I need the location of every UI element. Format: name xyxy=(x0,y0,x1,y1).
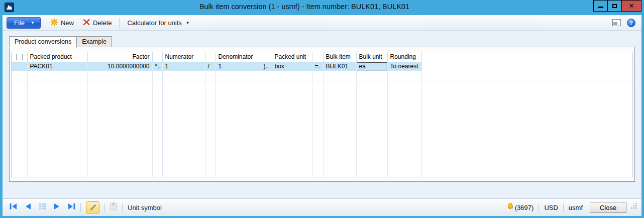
grid-empty-area[interactable] xyxy=(12,80,632,177)
close-window-button[interactable]: ✕ xyxy=(621,0,641,12)
previous-record-icon[interactable] xyxy=(25,203,31,212)
cell-op-paren: ).. xyxy=(261,62,272,71)
toolbar-separator xyxy=(119,18,120,28)
cell-numerator[interactable]: 1 xyxy=(162,62,205,71)
cell-denominator[interactable]: 1 xyxy=(216,62,261,71)
col-filler xyxy=(421,52,632,62)
chevron-down-icon: ▼ xyxy=(186,21,190,25)
toolbar-right-icons: ? xyxy=(612,19,637,27)
status-field-hint: Unit symbol xyxy=(128,204,162,211)
statusbar-separator xyxy=(80,203,81,212)
col-bulk-item[interactable]: Bulk item xyxy=(323,52,356,62)
edit-record-button[interactable] xyxy=(86,201,99,213)
cell-rounding[interactable]: To nearest xyxy=(387,62,421,71)
col-op3 xyxy=(261,52,272,62)
col-packed-unit[interactable]: Packed unit xyxy=(272,52,312,62)
col-op1 xyxy=(152,52,162,62)
new-button[interactable]: New xyxy=(46,17,78,29)
first-record-icon[interactable] xyxy=(10,203,17,212)
workspace: Product conversions Example xyxy=(3,31,641,198)
statusbar: Unit symbol (3697) USD usmf Close xyxy=(3,198,641,216)
caption-buttons: ✕ xyxy=(594,0,641,12)
app-icon xyxy=(5,3,14,12)
col-factor[interactable]: Factor xyxy=(87,52,152,62)
statusbar-separator xyxy=(501,203,501,212)
product-conversions-panel: Packed product Factor Numerator Denomina… xyxy=(9,47,635,182)
cell-bulk-item[interactable]: BULK01 xyxy=(323,62,356,71)
minimize-icon xyxy=(598,7,603,8)
layout-icon[interactable] xyxy=(612,19,621,26)
col-numerator[interactable]: Numerator xyxy=(162,52,205,62)
tab-product-conversions[interactable]: Product conversions xyxy=(9,36,77,48)
delete-button[interactable]: Delete xyxy=(78,17,117,29)
last-record-icon[interactable] xyxy=(68,203,75,212)
record-navigation xyxy=(10,203,75,212)
cell-packed-unit[interactable]: box xyxy=(272,62,312,71)
empty-row[interactable] xyxy=(12,71,632,80)
window-title: Bulk item conversion (1 - usmf) - Item n… xyxy=(30,3,579,11)
col-bulk-unit[interactable]: Bulk unit xyxy=(356,52,387,62)
bulk-item-conversion-window: Bulk item conversion (1 - usmf) - Item n… xyxy=(0,0,644,218)
row-selector-cell[interactable] xyxy=(12,62,27,71)
new-button-label: New xyxy=(61,19,74,27)
close-button[interactable]: Close xyxy=(590,202,626,213)
window-content: File ▼ New Delete Calculator for units ▼ xyxy=(3,15,641,216)
tab-example[interactable]: Example xyxy=(77,36,112,47)
statusbar-separator xyxy=(104,203,105,212)
maximize-icon xyxy=(612,4,617,8)
resize-grip[interactable] xyxy=(631,202,637,211)
cell-factor[interactable]: 10.0000000000 xyxy=(87,62,152,71)
toolbar: File ▼ New Delete Calculator for units ▼ xyxy=(3,15,641,31)
select-all-header[interactable] xyxy=(12,52,27,62)
delete-icon xyxy=(83,19,90,27)
minimize-button[interactable] xyxy=(593,0,608,12)
file-menu-label: File xyxy=(14,19,25,27)
cell-op-divide: / xyxy=(205,62,216,71)
select-all-checkbox[interactable] xyxy=(16,54,23,60)
file-menu-button[interactable]: File ▼ xyxy=(7,17,41,29)
conversions-grid: Packed product Factor Numerator Denomina… xyxy=(11,52,633,177)
new-icon xyxy=(50,18,58,28)
table-row: PACK01 10.0000000000 *.. 1 / 1 ).. box =… xyxy=(12,62,632,71)
statusbar-right: (3697) USD usmf Close xyxy=(496,202,637,213)
statusbar-separator xyxy=(563,203,564,212)
conversions-table: Packed product Factor Numerator Denomina… xyxy=(12,52,632,177)
col-packed-product[interactable]: Packed product xyxy=(27,52,87,62)
next-record-icon[interactable] xyxy=(54,203,60,212)
pencil-icon xyxy=(89,204,96,211)
cell-op-equals: =. xyxy=(312,62,323,71)
currency-indicator[interactable]: USD xyxy=(544,204,558,211)
calculator-for-units-menu[interactable]: Calculator for units ▼ xyxy=(123,18,194,28)
tab-strip: Product conversions Example xyxy=(9,36,112,48)
notification-count: (3697) xyxy=(515,204,534,211)
col-denominator[interactable]: Denominator xyxy=(216,52,261,62)
grid-view-icon[interactable] xyxy=(39,203,46,212)
paste-icon[interactable] xyxy=(110,202,117,212)
cell-op-multiply: *.. xyxy=(152,62,162,71)
statusbar-separator xyxy=(539,203,539,212)
calculator-menu-label: Calculator for units xyxy=(127,19,181,27)
delete-button-label: Delete xyxy=(93,19,112,27)
cell-packed-product[interactable]: PACK01 xyxy=(27,62,87,71)
col-op4 xyxy=(312,52,323,62)
cell-filler xyxy=(421,62,632,71)
notifications-indicator[interactable]: (3697) xyxy=(506,202,534,212)
bell-icon xyxy=(506,202,514,212)
cell-bulk-unit[interactable]: ea xyxy=(356,62,387,71)
statusbar-separator xyxy=(122,203,123,212)
maximize-button[interactable] xyxy=(607,0,622,12)
chevron-down-icon: ▼ xyxy=(31,21,35,25)
col-rounding[interactable]: Rounding xyxy=(387,52,421,62)
help-icon[interactable]: ? xyxy=(627,19,635,27)
col-op2 xyxy=(205,52,216,62)
header-row: Packed product Factor Numerator Denomina… xyxy=(12,52,632,62)
close-icon: ✕ xyxy=(629,3,634,9)
titlebar[interactable]: Bulk item conversion (1 - usmf) - Item n… xyxy=(0,0,644,15)
company-indicator[interactable]: usmf xyxy=(569,204,583,211)
